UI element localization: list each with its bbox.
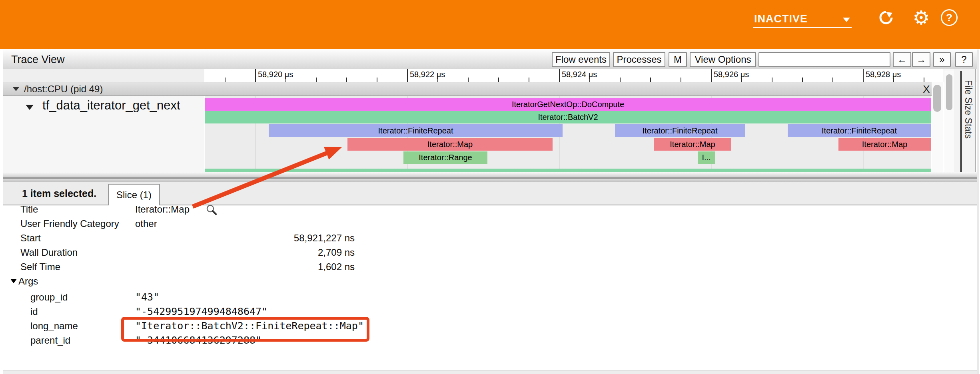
dropdown-caret-icon [843,18,850,22]
ruler-major-tick [711,69,712,82]
arg-key: id [30,304,38,319]
arg-key: group_id [30,290,68,304]
ruler-left-gutter [3,69,204,82]
ruler-minor-tick [650,78,651,82]
ruler-tick-label: 58,926 μs [714,70,749,79]
find-previous-button[interactable]: ← [893,52,911,67]
tensorboard-profile-window: INACTIVE ⚙ ? Trace View Flow events Proc… [0,0,980,374]
expand-triangle-icon[interactable] [10,279,17,283]
trace-slice[interactable]: Iterator::Map [347,138,553,151]
run-status-select[interactable]: INACTIVE [753,11,852,28]
arg-value: "Iterator::BatchV2::FiniteRepeat::Map" [135,319,364,333]
ruler-minor-tick [437,78,438,82]
processes-button[interactable]: Processes [613,52,665,67]
trace-slice[interactable]: Iterator::Map [654,138,731,151]
ruler-minor-tick [346,78,347,82]
field-value: 58,921,227 ns [135,231,355,245]
ruler-major-tick [559,69,560,82]
selection-status: 1 item selected. [22,188,96,199]
ruler-minor-tick [620,78,621,82]
field-value: Iterator::Map [135,202,190,217]
status-label: INACTIVE [754,13,808,25]
thread-track-label: tf_data_iterator_get_next [42,98,180,113]
track-scrollbar-thumb[interactable] [933,85,941,112]
ruler-minor-tick [681,78,681,82]
horizontal-scrollbar[interactable] [3,172,977,178]
help-icon: ? [941,9,958,26]
process-track-header[interactable]: /host:CPU (pid 49) X [3,82,943,96]
process-track-label: /host:CPU (pid 49) [24,84,103,95]
trace-slice-label: Iterator::Map [427,140,473,149]
trace-slice[interactable]: Iterator::Map [838,138,931,151]
ruler-major-tick [863,69,864,82]
trace-slice-label: Iterator::Range [419,153,472,162]
arg-value: "-344106684136297288" [135,333,261,348]
file-size-stats-border [960,71,962,172]
ruler-tick-label: 58,922 μs [410,70,445,79]
ruler-tick-label: 58,928 μs [866,70,901,79]
trace-slice[interactable]: Iterator::FiniteRepeat [788,124,931,137]
field-value: 2,709 ns [135,245,355,260]
field-label: Title [20,202,38,217]
toolbar-help-button[interactable]: ? [955,52,973,67]
arg-key: parent_id [30,333,70,348]
trace-slice-label: Iterator::FiniteRepeat [378,126,453,135]
trace-slice-label: Iterator::Map [670,140,715,149]
ruler-minor-tick [924,78,924,82]
trace-slice-label: Iterator::FiniteRepeat [822,126,897,135]
trace-slice[interactable]: Iterator::Range [403,151,487,164]
trace-slice-label: Iterator::BatchV2 [538,113,598,122]
more-tools-button[interactable]: » [933,52,951,67]
field-value: other [135,217,157,231]
trace-slice-label: IteratorGetNextOp::DoCompute [512,100,624,109]
help-button[interactable]: ? [940,9,958,26]
trace-slice[interactable]: Iterator::BatchV2 [205,111,931,123]
metrics-button[interactable]: M [669,52,687,67]
timeline-canvas[interactable]: IteratorGetNextOp::DoComputeIterator::Ba… [205,96,931,172]
trace-slice[interactable]: I... [698,151,715,164]
arg-value: "43" [135,290,159,304]
ruler-minor-tick [589,78,590,82]
ruler-tick-label: 58,920 μs [258,70,293,79]
arg-value: "-5429951974994848647" [135,304,267,319]
ruler-minor-tick [316,78,317,82]
ruler-minor-tick [832,78,833,82]
magnifier-icon[interactable] [206,204,218,216]
ruler-minor-tick [893,78,894,82]
window-bottom-strip [3,370,977,374]
gear-icon: ⚙ [912,6,930,29]
view-options-button[interactable]: View Options [690,52,756,67]
flow-events-button[interactable]: Flow events [552,52,610,67]
search-input[interactable] [758,52,890,67]
ruler-minor-tick [225,78,226,82]
trace-slice-label: I... [702,153,711,162]
ruler-major-tick [255,69,256,82]
ruler-major-tick [407,69,408,82]
trace-slice[interactable]: Iterator::FiniteRepeat [615,124,745,137]
field-label: Self Time [20,260,60,274]
view-scrollbar-thumb[interactable] [946,74,952,110]
collapse-triangle-icon[interactable] [13,87,19,91]
ruler-minor-tick [802,78,803,82]
ruler-minor-tick [741,78,742,82]
thread-track-header[interactable]: tf_data_iterator_get_next [3,96,204,172]
file-size-stats-tab[interactable]: File Size Stats [963,80,974,139]
app-header: INACTIVE ⚙ ? [0,0,980,49]
ruler-tick-label: 58,924 μs [562,70,597,79]
time-ruler[interactable]: 58,920 μs58,922 μs58,924 μs58,926 μs58,9… [204,69,943,83]
ruler-minor-tick [468,78,469,82]
trace-view-title: Trace View [11,54,65,66]
trace-slice-sliver[interactable] [205,169,931,172]
ruler-minor-tick [377,78,377,82]
ruler-minor-tick [498,78,499,82]
collapse-triangle-icon[interactable] [26,105,34,110]
settings-button[interactable]: ⚙ [912,9,930,26]
field-value: 1,602 ns [135,260,355,274]
trace-slice[interactable]: IteratorGetNextOp::DoCompute [205,98,931,111]
field-label: Wall Duration [20,245,78,260]
find-next-button[interactable]: → [912,52,930,67]
refresh-button[interactable] [877,9,895,26]
panel-splitter[interactable] [3,178,977,182]
close-track-button[interactable]: X [920,83,933,95]
trace-slice[interactable]: Iterator::FiniteRepeat [269,124,563,137]
